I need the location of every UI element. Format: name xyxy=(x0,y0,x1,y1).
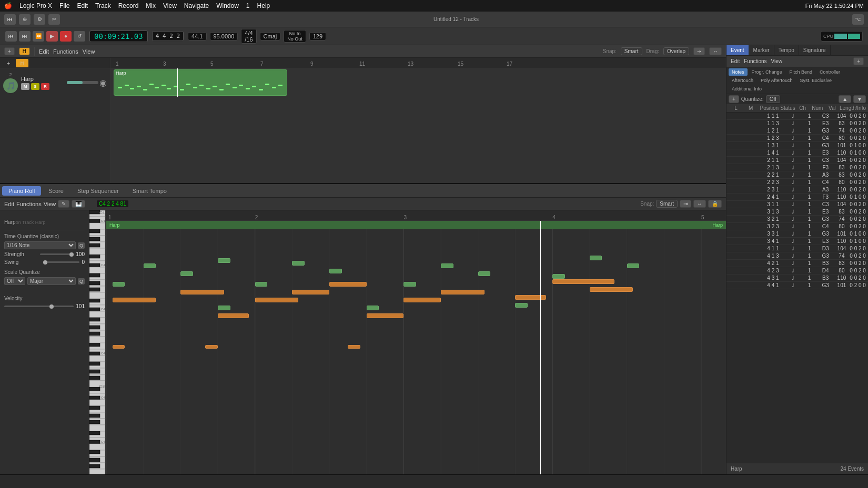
tracks-fit-btn[interactable]: ↔ xyxy=(709,47,722,55)
note-c3-1[interactable] xyxy=(113,345,125,349)
note-4-7[interactable] xyxy=(515,303,528,308)
track-rec-btn[interactable]: R xyxy=(41,83,49,90)
pr-edit-btn[interactable]: Edit xyxy=(4,201,14,207)
rewind-btn[interactable]: ⏮ xyxy=(5,31,17,42)
event-row[interactable]: 3 3 1 ♩ 1 G3 101 0 1 0 0 xyxy=(726,230,868,238)
arrange-canvas[interactable]: Harp xyxy=(110,68,726,183)
pr-tool-2[interactable]: 🎹 xyxy=(72,200,85,208)
swing-slider[interactable] xyxy=(43,261,80,263)
note-1-3[interactable] xyxy=(180,271,193,276)
note-4-4[interactable] xyxy=(552,279,614,284)
note-2-8[interactable] xyxy=(218,313,249,318)
drag-value[interactable]: Overlap xyxy=(663,47,689,55)
note-2-3[interactable] xyxy=(329,269,342,273)
note-1-4[interactable] xyxy=(218,258,230,263)
notes-add-btn[interactable]: + xyxy=(729,95,739,103)
note-3-7[interactable] xyxy=(367,313,404,318)
rp-subtab-progr[interactable]: Progr. Change xyxy=(749,68,785,76)
rp-functions-btn[interactable]: Functions xyxy=(744,58,766,64)
toolbar-btn-2[interactable]: ⊕ xyxy=(19,14,31,25)
strength-slider[interactable] xyxy=(40,253,74,255)
event-row[interactable]: 2 3 1 ♩ 1 A3 110 0 0 2 0 xyxy=(726,186,868,194)
tracks-view-btn[interactable]: View xyxy=(83,48,95,55)
note-2-7[interactable] xyxy=(218,306,230,310)
event-row[interactable]: 1 2 3 ♩ 1 C4 80 0 0 2 0 xyxy=(726,135,868,142)
menu-help[interactable]: Help xyxy=(257,2,270,9)
rp-subtab-aftertouch[interactable]: Aftertouch xyxy=(729,77,756,84)
menu-edit[interactable]: Edit xyxy=(77,2,88,9)
bpm-display[interactable]: 95.0000 xyxy=(210,32,238,40)
tempo-display[interactable]: 44.1 xyxy=(188,32,206,40)
note-3-3[interactable] xyxy=(478,271,491,276)
play-btn[interactable]: ▶ xyxy=(46,31,58,42)
tracks-zoom-btn[interactable]: ⇥ xyxy=(693,47,705,55)
note-c3-3[interactable] xyxy=(348,345,360,349)
rp-up-btn[interactable]: ▲ xyxy=(839,95,851,103)
event-row[interactable]: 1 4 1 ♩ 1 E3 110 0 1 0 0 xyxy=(726,149,868,157)
rp-subtab-poly[interactable]: Poly Aftertouch xyxy=(758,77,796,84)
event-row[interactable]: 1 2 1 ♩ 1 G3 74 0 0 2 0 xyxy=(726,127,868,135)
menu-track[interactable]: Track xyxy=(95,2,111,9)
toolbar-btn-4[interactable]: ✂ xyxy=(48,14,60,25)
track-add-btn[interactable]: + xyxy=(3,58,14,68)
rp-subtab-pitch[interactable]: Pitch Bend xyxy=(786,68,816,76)
event-row[interactable]: 4 4 1 ♩ 1 G3 101 0 2 0 0 xyxy=(726,282,868,289)
pr-zoom-btn[interactable]: ⇥ xyxy=(680,200,691,208)
toolbar-btn-3[interactable]: ⚙ xyxy=(34,14,45,25)
snap-value[interactable]: Smart xyxy=(621,47,642,55)
note-2-2[interactable] xyxy=(292,261,305,266)
event-row[interactable]: 2 1 1 ♩ 1 C3 104 0 0 2 0 xyxy=(726,157,868,164)
menu-mix[interactable]: Mix xyxy=(146,2,156,9)
event-row[interactable]: 4 1 1 ♩ 1 D3 104 0 0 2 0 xyxy=(726,245,868,252)
note-1-2[interactable] xyxy=(144,263,156,268)
tab-score[interactable]: Score xyxy=(42,186,70,196)
time-sig[interactable]: 4/4 /16 xyxy=(241,29,256,44)
toolbar-btn-1[interactable]: ⏮ xyxy=(4,14,16,25)
scale-type-select[interactable]: Major xyxy=(27,277,76,285)
quantize-value[interactable]: Off xyxy=(766,95,780,103)
note-3-6[interactable] xyxy=(367,306,379,310)
note-2-6[interactable] xyxy=(255,298,298,302)
key-display[interactable]: Cmaj xyxy=(260,32,281,40)
scale-off-select[interactable]: Off xyxy=(4,277,25,285)
tab-piano-roll[interactable]: Piano Roll xyxy=(2,186,41,196)
note-2-4[interactable] xyxy=(292,290,329,294)
note-3-4[interactable] xyxy=(441,290,484,294)
note-c3-2[interactable] xyxy=(205,345,218,349)
fast-forward-btn[interactable]: ⏭ xyxy=(19,31,31,42)
tab-step-sequencer[interactable]: Step Sequencer xyxy=(71,186,125,196)
event-row[interactable]: 3 1 1 ♩ 1 C3 104 0 0 2 0 xyxy=(726,201,868,208)
pr-tool-1[interactable]: ✎ xyxy=(58,200,69,208)
note-4-3[interactable] xyxy=(627,263,640,268)
rp-edit-btn[interactable]: Edit xyxy=(731,58,740,64)
note-3-2[interactable] xyxy=(441,263,453,268)
rp-subtab-sysex[interactable]: Syst. Exclusive xyxy=(797,77,835,84)
cycle-btn[interactable]: ↺ xyxy=(74,31,85,42)
pr-functions-btn[interactable]: Functions xyxy=(16,201,42,207)
beats-display[interactable]: 4 4 2 2 xyxy=(152,31,184,41)
note-value-select[interactable]: 1/16 Note xyxy=(4,241,76,249)
note-1-1[interactable] xyxy=(113,282,125,287)
record-btn[interactable]: ● xyxy=(60,31,72,42)
note-3-1[interactable] xyxy=(403,282,416,287)
menu-file[interactable]: File xyxy=(59,2,69,9)
event-row[interactable]: 2 2 1 ♩ 1 A3 83 0 0 2 0 xyxy=(726,171,868,179)
event-row[interactable]: 3 4 1 ♩ 1 E3 110 0 1 0 0 xyxy=(726,238,868,245)
rp-down-btn[interactable]: ▼ xyxy=(853,95,866,103)
note-3-5[interactable] xyxy=(403,298,441,302)
pr-fit-btn[interactable]: ↔ xyxy=(693,200,706,208)
piano-keys[interactable]: C4 C4 C3 C2 xyxy=(89,210,106,474)
note-1-6[interactable] xyxy=(113,298,156,302)
event-row[interactable]: 4 2 3 ♩ 1 D4 80 0 0 2 0 xyxy=(726,267,868,274)
track-solo-btn[interactable]: S xyxy=(31,83,39,90)
time-display[interactable]: 00:09:21.03 xyxy=(89,30,148,42)
note-4-2[interactable] xyxy=(590,256,602,260)
menu-view[interactable]: View xyxy=(163,2,177,9)
tracks-add-btn[interactable]: + xyxy=(4,47,15,55)
event-row[interactable]: 2 1 3 ♩ 1 F3 83 0 0 2 0 xyxy=(726,164,868,171)
rp-add-btn[interactable]: + xyxy=(853,57,864,65)
apple-menu[interactable]: 🍎 xyxy=(4,2,12,9)
pr-snap-value[interactable]: Smart xyxy=(656,200,678,208)
tracks-functions-btn[interactable]: Functions xyxy=(53,48,78,55)
menu-record[interactable]: Record xyxy=(118,2,139,9)
